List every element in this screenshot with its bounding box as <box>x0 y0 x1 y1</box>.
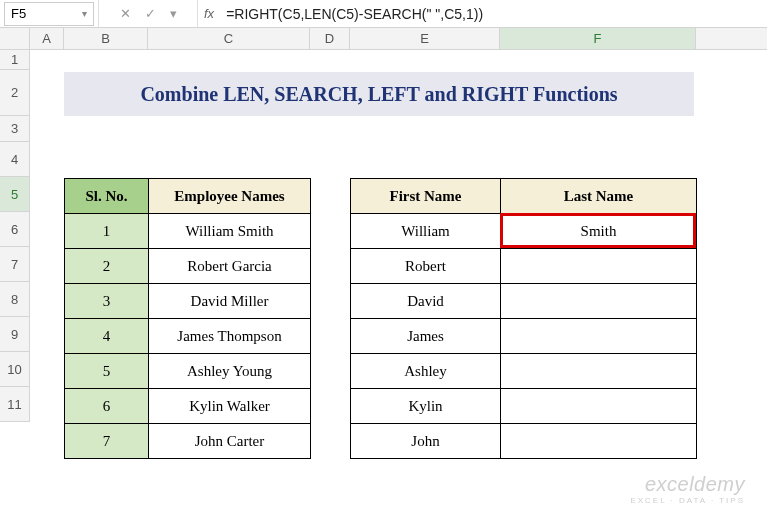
table-row: 7John Carter <box>65 424 311 459</box>
formula-input[interactable]: =RIGHT(C5,LEN(C5)-SEARCH(" ",C5,1)) <box>222 6 767 22</box>
col-header-A[interactable]: A <box>30 28 64 49</box>
cell-sl[interactable]: 5 <box>65 354 149 389</box>
cell-last[interactable]: Smith <box>501 214 697 249</box>
cell-last[interactable] <box>501 389 697 424</box>
name-box-dropdown-icon[interactable]: ▾ <box>82 8 87 19</box>
cell-first[interactable]: Kylin <box>351 389 501 424</box>
row-header-3[interactable]: 3 <box>0 116 30 142</box>
cell-last[interactable] <box>501 354 697 389</box>
formula-bar-controls: ✕ ✓ ▾ <box>98 0 198 27</box>
th-employee-names[interactable]: Employee Names <box>149 179 311 214</box>
cell-name[interactable]: David Miller <box>149 284 311 319</box>
row-header-10[interactable]: 10 <box>0 352 30 387</box>
employee-table: Sl. No. Employee Names 1William Smith 2R… <box>64 178 311 459</box>
cell-name[interactable]: John Carter <box>149 424 311 459</box>
th-last-name[interactable]: Last Name <box>501 179 697 214</box>
name-box-value: F5 <box>11 6 26 21</box>
row-header-1[interactable]: 1 <box>0 50 30 70</box>
cell-last[interactable] <box>501 319 697 354</box>
th-sl-no[interactable]: Sl. No. <box>65 179 149 214</box>
formula-dropdown-icon[interactable]: ▾ <box>170 6 177 21</box>
rows-container: 1 2 3 4 5 6 7 8 9 10 11 Combine LEN, SEA… <box>0 50 767 470</box>
watermark: exceldemy EXCEL · DATA · TIPS <box>630 473 745 505</box>
cell-last[interactable] <box>501 249 697 284</box>
cell-first[interactable]: James <box>351 319 501 354</box>
cell-first[interactable]: Robert <box>351 249 501 284</box>
table-row: WilliamSmith <box>351 214 697 249</box>
select-all-corner[interactable] <box>0 28 30 49</box>
cell-sl[interactable]: 1 <box>65 214 149 249</box>
worksheet-grid: A B C D E F 1 2 3 4 5 6 7 8 9 10 11 Comb… <box>0 28 767 470</box>
col-header-D[interactable]: D <box>310 28 350 49</box>
col-header-C[interactable]: C <box>148 28 310 49</box>
th-first-name[interactable]: First Name <box>351 179 501 214</box>
cell-sl[interactable]: 4 <box>65 319 149 354</box>
watermark-title: exceldemy <box>630 473 745 496</box>
table-row: 1William Smith <box>65 214 311 249</box>
cell-name[interactable]: William Smith <box>149 214 311 249</box>
table-row: 3David Miller <box>65 284 311 319</box>
cell-name[interactable]: Robert Garcia <box>149 249 311 284</box>
cell-name[interactable]: James Thompson <box>149 319 311 354</box>
table-row: John <box>351 424 697 459</box>
cell-first[interactable]: David <box>351 284 501 319</box>
cell-first[interactable]: William <box>351 214 501 249</box>
cell-name[interactable]: Kylin Walker <box>149 389 311 424</box>
row-header-4[interactable]: 4 <box>0 142 30 177</box>
table-row: 4James Thompson <box>65 319 311 354</box>
table-row: Kylin <box>351 389 697 424</box>
col-header-B[interactable]: B <box>64 28 148 49</box>
cancel-icon[interactable]: ✕ <box>120 6 131 21</box>
accept-icon[interactable]: ✓ <box>145 6 156 21</box>
name-box[interactable]: F5 ▾ <box>4 2 94 26</box>
table-row: James <box>351 319 697 354</box>
cell-sl[interactable]: 3 <box>65 284 149 319</box>
cell-first[interactable]: Ashley <box>351 354 501 389</box>
table-row: Ashley <box>351 354 697 389</box>
cell-sl[interactable]: 7 <box>65 424 149 459</box>
cell-sl[interactable]: 2 <box>65 249 149 284</box>
row-header-5[interactable]: 5 <box>0 177 30 212</box>
table-row: David <box>351 284 697 319</box>
col-header-F[interactable]: F <box>500 28 696 49</box>
cell-name[interactable]: Ashley Young <box>149 354 311 389</box>
column-headers: A B C D E F <box>0 28 767 50</box>
table-row: 2Robert Garcia <box>65 249 311 284</box>
cell-first[interactable]: John <box>351 424 501 459</box>
page-title: Combine LEN, SEARCH, LEFT and RIGHT Func… <box>64 72 694 116</box>
cell-last[interactable] <box>501 424 697 459</box>
row-header-8[interactable]: 8 <box>0 282 30 317</box>
row-header-7[interactable]: 7 <box>0 247 30 282</box>
fx-label[interactable]: fx <box>204 6 214 21</box>
row-header-2[interactable]: 2 <box>0 70 30 116</box>
formula-bar: F5 ▾ ✕ ✓ ▾ fx =RIGHT(C5,LEN(C5)-SEARCH("… <box>0 0 767 28</box>
table-row: Robert <box>351 249 697 284</box>
table-row: 6Kylin Walker <box>65 389 311 424</box>
name-split-table: First Name Last Name WilliamSmith Robert… <box>350 178 697 459</box>
cell-last[interactable] <box>501 284 697 319</box>
watermark-subtitle: EXCEL · DATA · TIPS <box>630 496 745 505</box>
row-header-6[interactable]: 6 <box>0 212 30 247</box>
col-header-E[interactable]: E <box>350 28 500 49</box>
row-header-9[interactable]: 9 <box>0 317 30 352</box>
cell-sl[interactable]: 6 <box>65 389 149 424</box>
row-header-11[interactable]: 11 <box>0 387 30 422</box>
table-row: 5Ashley Young <box>65 354 311 389</box>
